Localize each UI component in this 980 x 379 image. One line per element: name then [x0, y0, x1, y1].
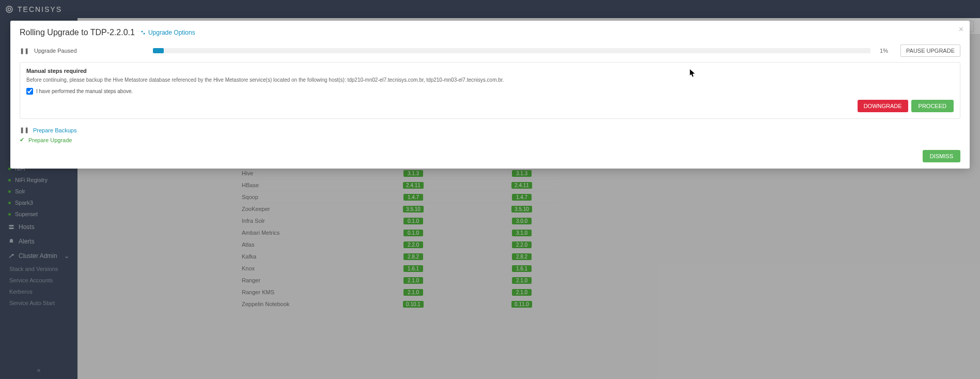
upgrade-options-link[interactable]: Upgrade Options	[140, 29, 195, 36]
proceed-button[interactable]: PROCEED	[911, 100, 954, 112]
steps-list: ❚❚ Prepare Backups ✔ Prepare Upgrade	[20, 125, 960, 145]
pause-upgrade-button[interactable]: PAUSE UPGRADE	[900, 44, 960, 57]
svg-point-14	[143, 33, 145, 35]
upgrade-modal: × Rolling Upgrade to TDP-2.2.0.1 Upgrade…	[10, 21, 970, 169]
manual-check-label: I have performed the manual steps above.	[36, 88, 133, 94]
check-icon: ✔	[20, 137, 24, 143]
pause-icon: ❚❚	[20, 48, 29, 54]
status-row: ❚❚ Upgrade Paused 1% PAUSE UPGRADE	[20, 44, 960, 57]
manual-heading: Manual steps required	[26, 68, 954, 74]
progress-fill	[153, 48, 164, 53]
manual-steps-box: Manual steps required Before continuing,…	[20, 62, 960, 119]
manual-checkbox[interactable]	[26, 88, 33, 95]
modal-title: Rolling Upgrade to TDP-2.2.0.1	[20, 28, 135, 37]
manual-check[interactable]: I have performed the manual steps above.	[26, 88, 954, 95]
manual-body: Before continuing, please backup the Hiv…	[26, 76, 954, 84]
upgrade-status: Upgrade Paused	[34, 48, 148, 54]
pause-icon: ❚❚	[20, 127, 29, 133]
progress-bar	[153, 48, 870, 53]
step-prepare-upgrade[interactable]: ✔ Prepare Upgrade	[20, 135, 960, 145]
dismiss-button[interactable]: DISMISS	[923, 150, 960, 162]
close-icon[interactable]: ×	[959, 25, 963, 34]
step-prepare-backups[interactable]: ❚❚ Prepare Backups	[20, 125, 960, 135]
gears-icon	[140, 29, 146, 36]
progress-percent: 1%	[880, 48, 895, 54]
downgrade-button[interactable]: DOWNGRADE	[858, 100, 908, 112]
svg-point-13	[141, 31, 143, 33]
